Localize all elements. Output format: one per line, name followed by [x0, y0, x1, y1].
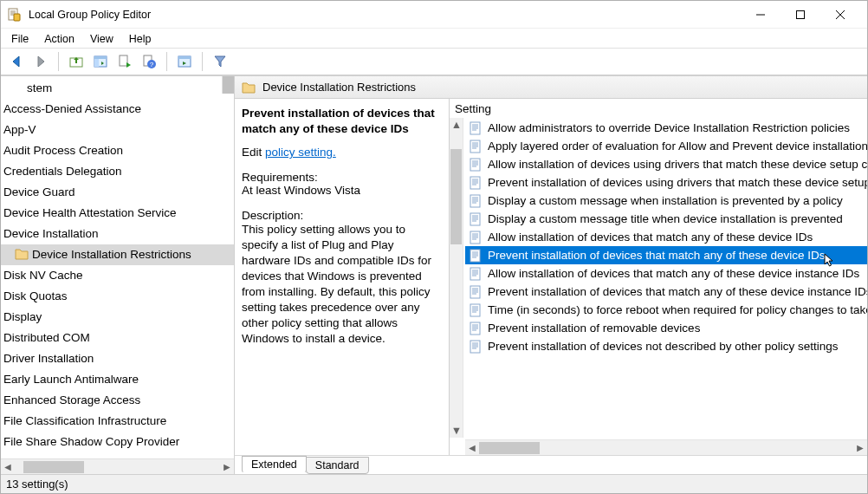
statusbar: 13 setting(s) — [1, 474, 867, 493]
settings-vertical-scrollbar[interactable]: ▲ ▼ — [450, 118, 463, 438]
scroll-up-button[interactable]: ▲ — [450, 118, 463, 132]
setting-label: Time (in seconds) to force reboot when r… — [488, 303, 867, 316]
scroll-right-button[interactable]: ► — [220, 460, 234, 474]
svg-rect-18 — [178, 56, 191, 59]
tree-vertical-scroll-handle[interactable] — [222, 76, 234, 94]
setting-row[interactable]: Prevent installation of devices that mat… — [465, 283, 867, 301]
setting-label: Allow installation of devices that match… — [488, 231, 813, 244]
setting-row[interactable]: Display a custom message when installati… — [465, 192, 867, 210]
setting-label: Allow installation of devices using driv… — [488, 158, 867, 171]
selected-setting-title: Prevent installation of devices that mat… — [242, 106, 440, 137]
tab-standard[interactable]: Standard — [306, 457, 369, 474]
setting-row[interactable]: Allow installation of devices that match… — [465, 228, 867, 246]
setting-row[interactable]: Allow installation of devices using driv… — [465, 155, 867, 173]
action-toolbar-button[interactable] — [174, 51, 195, 72]
policy-icon — [469, 121, 483, 135]
tree-item[interactable]: App-V — [1, 120, 234, 140]
show-hide-tree-button[interactable] — [90, 51, 111, 72]
tree-item[interactable]: Distributed COM — [1, 328, 234, 348]
menu-help[interactable]: Help — [129, 33, 152, 45]
policy-icon — [469, 158, 483, 172]
menu-file[interactable]: File — [11, 33, 29, 45]
svg-rect-12 — [94, 59, 99, 67]
maximize-button[interactable] — [781, 2, 820, 28]
tree-item-label: Disk NV Cache — [3, 269, 83, 282]
tree-item-label: App-V — [3, 123, 36, 136]
setting-row[interactable]: Prevent installation of devices using dr… — [465, 173, 867, 192]
extended-view: Prevent installation of devices that mat… — [235, 99, 867, 455]
tree-item-label: Distributed COM — [3, 331, 90, 344]
back-button[interactable] — [6, 51, 27, 72]
settings-list[interactable]: Allow administrators to override Device … — [465, 119, 867, 439]
description-pane: Prevent installation of devices that mat… — [235, 99, 450, 455]
folder-icon — [15, 248, 29, 260]
description-text: This policy setting allows you to specif… — [242, 222, 440, 347]
scroll-track[interactable] — [15, 461, 220, 473]
tree-item-label: Display — [3, 310, 42, 323]
export-list-button[interactable] — [114, 51, 135, 72]
scroll-thumb[interactable] — [479, 442, 540, 454]
toolbar-separator — [166, 52, 167, 71]
forward-button[interactable] — [30, 51, 51, 72]
tree-item[interactable]: Disk NV Cache — [1, 265, 234, 286]
tree-item[interactable]: Audit Process Creation — [1, 140, 234, 161]
tree-body[interactable]: stem Access-Denied AssistanceApp-VAudit … — [1, 76, 234, 458]
policy-icon — [469, 194, 483, 208]
scroll-track[interactable] — [479, 442, 853, 454]
policy-icon — [469, 212, 483, 226]
tree-item[interactable]: Early Launch Antimalware — [1, 369, 234, 390]
minimize-button[interactable] — [741, 2, 781, 28]
tree-item[interactable]: Display — [1, 307, 234, 328]
setting-label: Display a custom message title when devi… — [488, 212, 843, 225]
tree-item-label: Enhanced Storage Access — [3, 393, 140, 406]
up-level-button[interactable] — [66, 51, 87, 72]
tree-item[interactable]: Device Health Attestation Service — [1, 203, 234, 224]
setting-row[interactable]: Time (in seconds) to force reboot when r… — [465, 301, 867, 319]
scroll-thumb[interactable] — [450, 149, 462, 244]
view-tabs: Extended Standard — [235, 455, 867, 474]
tree-item-label: Access-Denied Assistance — [3, 102, 141, 115]
tree-item[interactable]: Enhanced Storage Access — [1, 390, 234, 411]
tree-item[interactable]: File Share Shadow Copy Provider — [1, 432, 234, 452]
tree-horizontal-scrollbar[interactable]: ◄ ► — [1, 458, 234, 474]
menu-view[interactable]: View — [90, 33, 113, 45]
settings-horizontal-scrollbar[interactable]: ◄ ► — [465, 439, 867, 455]
scroll-left-button[interactable]: ◄ — [1, 460, 15, 474]
setting-label: Prevent installation of devices not desc… — [488, 340, 838, 353]
svg-rect-4 — [14, 14, 20, 21]
help-toolbar-button[interactable]: ? — [139, 51, 159, 72]
scroll-thumb[interactable] — [23, 461, 84, 473]
scroll-left-button[interactable]: ◄ — [465, 441, 479, 455]
setting-row[interactable]: Prevent installation of removable device… — [465, 319, 867, 337]
scroll-down-button[interactable]: ▼ — [450, 424, 463, 438]
setting-row[interactable]: Prevent installation of devices that mat… — [465, 246, 867, 264]
setting-row[interactable]: Allow installation of devices that match… — [465, 264, 867, 283]
tab-extended[interactable]: Extended — [242, 456, 307, 473]
tree-item[interactable]: Device Installation — [1, 224, 234, 244]
tree-item[interactable]: Device Guard — [1, 182, 234, 203]
tree-item[interactable]: Disk Quotas — [1, 286, 234, 307]
menu-action[interactable]: Action — [44, 33, 74, 45]
filter-button[interactable] — [210, 51, 230, 72]
tree-item[interactable]: File Classification Infrastructure — [1, 411, 234, 432]
settings-pane: Setting ▲ ▼ Allow administrators to over… — [450, 99, 867, 455]
policy-icon — [469, 176, 483, 190]
edit-policy-link[interactable]: policy setting. — [265, 146, 336, 159]
setting-row[interactable]: Apply layered order of evaluation for Al… — [465, 137, 867, 155]
setting-row[interactable]: Display a custom message title when devi… — [465, 210, 867, 228]
settings-column-header[interactable]: Setting — [450, 99, 867, 119]
requirements-label: Requirements: — [242, 171, 440, 184]
scroll-track[interactable] — [450, 132, 463, 424]
tree-item-label: File Classification Infrastructure — [3, 414, 166, 427]
tree-item-label: Driver Installation — [3, 352, 94, 365]
right-pane: Device Installation Restrictions Prevent… — [235, 76, 867, 474]
tree-item[interactable]: Access-Denied Assistance — [1, 99, 234, 120]
setting-row[interactable]: Prevent installation of devices not desc… — [465, 337, 867, 355]
tree-item[interactable]: Credentials Delegation — [1, 161, 234, 182]
tree-item[interactable]: Driver Installation — [1, 348, 234, 369]
setting-row[interactable]: Allow administrators to override Device … — [465, 119, 867, 137]
scroll-right-button[interactable]: ► — [853, 441, 867, 455]
setting-label: Prevent installation of devices that mat… — [488, 285, 867, 298]
close-button[interactable] — [820, 2, 860, 28]
tree-item[interactable]: Device Installation Restrictions — [1, 244, 234, 265]
